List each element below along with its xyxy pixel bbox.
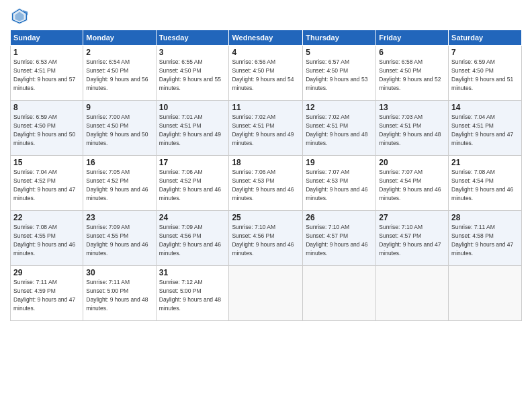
day-info: Sunrise: 6:53 AMSunset: 4:51 PMDaylight:… [13, 58, 75, 91]
day-info: Sunrise: 7:10 AMSunset: 4:57 PMDaylight:… [379, 224, 441, 257]
day-number: 6 [379, 48, 445, 57]
calendar-cell: 26Sunrise: 7:10 AMSunset: 4:57 PMDayligh… [303, 211, 376, 266]
day-number: 17 [159, 158, 226, 167]
day-info: Sunrise: 7:04 AMSunset: 4:52 PMDaylight:… [13, 169, 75, 201]
day-info: Sunrise: 6:59 AMSunset: 4:50 PMDaylight:… [451, 58, 513, 91]
day-number: 19 [306, 158, 373, 167]
day-number: 18 [232, 158, 300, 167]
day-info: Sunrise: 6:54 AMSunset: 4:50 PMDaylight:… [86, 58, 148, 91]
calendar-cell: 27Sunrise: 7:10 AMSunset: 4:57 PMDayligh… [376, 211, 449, 266]
calendar-cell: 1Sunrise: 6:53 AMSunset: 4:51 PMDaylight… [11, 46, 83, 101]
day-info: Sunrise: 7:02 AMSunset: 4:51 PMDaylight:… [306, 113, 367, 146]
day-number: 7 [451, 48, 519, 57]
day-info: Sunrise: 7:08 AMSunset: 4:55 PMDaylight:… [13, 224, 75, 257]
calendar-cell [449, 266, 522, 321]
calendar-cell [303, 266, 376, 321]
day-info: Sunrise: 6:57 AMSunset: 4:50 PMDaylight:… [306, 58, 367, 91]
day-number: 16 [86, 158, 152, 167]
calendar-week-3: 15Sunrise: 7:04 AMSunset: 4:52 PMDayligh… [11, 156, 522, 211]
calendar-cell: 2Sunrise: 6:54 AMSunset: 4:50 PMDaylight… [83, 46, 156, 101]
calendar-cell: 3Sunrise: 6:55 AMSunset: 4:50 PMDaylight… [156, 46, 229, 101]
day-number: 13 [379, 103, 445, 112]
day-header-tuesday: Tuesday [156, 30, 229, 46]
day-header-thursday: Thursday [303, 30, 376, 46]
day-info: Sunrise: 7:07 AMSunset: 4:53 PMDaylight:… [306, 169, 367, 201]
day-number: 12 [306, 103, 373, 112]
calendar-cell: 31Sunrise: 7:12 AMSunset: 5:00 PMDayligh… [156, 266, 229, 321]
calendar-cell: 4Sunrise: 6:56 AMSunset: 4:50 PMDaylight… [229, 46, 303, 101]
day-number: 11 [232, 103, 300, 112]
calendar-cell: 28Sunrise: 7:11 AMSunset: 4:58 PMDayligh… [449, 211, 522, 266]
day-info: Sunrise: 7:03 AMSunset: 4:51 PMDaylight:… [379, 113, 441, 146]
day-info: Sunrise: 7:09 AMSunset: 4:56 PMDaylight:… [159, 224, 221, 257]
day-number: 26 [306, 213, 373, 222]
calendar-week-1: 1Sunrise: 6:53 AMSunset: 4:51 PMDaylight… [11, 46, 522, 101]
day-info: Sunrise: 7:11 AMSunset: 4:58 PMDaylight:… [451, 224, 513, 257]
logo-icon [10, 7, 29, 26]
day-info: Sunrise: 7:06 AMSunset: 4:53 PMDaylight:… [232, 169, 294, 201]
day-number: 27 [379, 213, 445, 222]
calendar-cell: 12Sunrise: 7:02 AMSunset: 4:51 PMDayligh… [303, 101, 376, 156]
calendar-cell [376, 266, 449, 321]
day-number: 30 [86, 268, 152, 277]
day-number: 15 [13, 158, 80, 167]
day-number: 5 [306, 48, 373, 57]
day-header-saturday: Saturday [449, 30, 522, 46]
calendar-table: SundayMondayTuesdayWednesdayThursdayFrid… [10, 30, 522, 321]
day-number: 21 [451, 158, 519, 167]
calendar-cell: 20Sunrise: 7:07 AMSunset: 4:54 PMDayligh… [376, 156, 449, 211]
calendar-cell: 10Sunrise: 7:01 AMSunset: 4:51 PMDayligh… [156, 101, 229, 156]
calendar-cell: 7Sunrise: 6:59 AMSunset: 4:50 PMDaylight… [449, 46, 522, 101]
day-number: 22 [13, 213, 80, 222]
day-number: 24 [159, 213, 226, 222]
day-info: Sunrise: 7:11 AMSunset: 4:59 PMDaylight:… [13, 279, 75, 312]
day-number: 25 [232, 213, 300, 222]
day-info: Sunrise: 7:07 AMSunset: 4:54 PMDaylight:… [379, 169, 441, 201]
calendar-cell: 11Sunrise: 7:02 AMSunset: 4:51 PMDayligh… [229, 101, 303, 156]
day-info: Sunrise: 6:55 AMSunset: 4:50 PMDaylight:… [159, 58, 221, 91]
day-info: Sunrise: 6:56 AMSunset: 4:50 PMDaylight:… [232, 58, 294, 91]
day-info: Sunrise: 7:04 AMSunset: 4:51 PMDaylight:… [451, 113, 513, 146]
day-info: Sunrise: 7:09 AMSunset: 4:55 PMDaylight:… [86, 224, 148, 257]
calendar-cell [229, 266, 303, 321]
day-info: Sunrise: 7:12 AMSunset: 5:00 PMDaylight:… [159, 279, 221, 312]
calendar-week-5: 29Sunrise: 7:11 AMSunset: 4:59 PMDayligh… [11, 266, 522, 321]
calendar-cell: 6Sunrise: 6:58 AMSunset: 4:50 PMDaylight… [376, 46, 449, 101]
day-info: Sunrise: 7:02 AMSunset: 4:51 PMDaylight:… [232, 113, 294, 146]
day-number: 1 [13, 48, 80, 57]
calendar-cell: 18Sunrise: 7:06 AMSunset: 4:53 PMDayligh… [229, 156, 303, 211]
day-number: 4 [232, 48, 300, 57]
day-info: Sunrise: 6:59 AMSunset: 4:50 PMDaylight:… [13, 113, 75, 146]
calendar-week-2: 8Sunrise: 6:59 AMSunset: 4:50 PMDaylight… [11, 101, 522, 156]
calendar-cell: 9Sunrise: 7:00 AMSunset: 4:50 PMDaylight… [83, 101, 156, 156]
logo [10, 7, 32, 26]
calendar-cell: 21Sunrise: 7:08 AMSunset: 4:54 PMDayligh… [449, 156, 522, 211]
calendar-page: SundayMondayTuesdayWednesdayThursdayFrid… [0, 0, 532, 411]
calendar-header-row: SundayMondayTuesdayWednesdayThursdayFrid… [11, 30, 522, 46]
day-number: 23 [86, 213, 152, 222]
calendar-week-4: 22Sunrise: 7:08 AMSunset: 4:55 PMDayligh… [11, 211, 522, 266]
day-number: 31 [159, 268, 226, 277]
day-info: Sunrise: 7:10 AMSunset: 4:56 PMDaylight:… [232, 224, 294, 257]
calendar-cell: 17Sunrise: 7:06 AMSunset: 4:52 PMDayligh… [156, 156, 229, 211]
day-number: 9 [86, 103, 152, 112]
day-info: Sunrise: 7:05 AMSunset: 4:52 PMDaylight:… [86, 169, 148, 201]
day-info: Sunrise: 7:08 AMSunset: 4:54 PMDaylight:… [451, 169, 513, 201]
calendar-cell: 5Sunrise: 6:57 AMSunset: 4:50 PMDaylight… [303, 46, 376, 101]
calendar-cell: 8Sunrise: 6:59 AMSunset: 4:50 PMDaylight… [11, 101, 83, 156]
calendar-cell: 19Sunrise: 7:07 AMSunset: 4:53 PMDayligh… [303, 156, 376, 211]
calendar-cell: 25Sunrise: 7:10 AMSunset: 4:56 PMDayligh… [229, 211, 303, 266]
calendar-cell: 13Sunrise: 7:03 AMSunset: 4:51 PMDayligh… [376, 101, 449, 156]
day-info: Sunrise: 7:11 AMSunset: 5:00 PMDaylight:… [86, 279, 148, 312]
day-number: 10 [159, 103, 226, 112]
day-info: Sunrise: 6:58 AMSunset: 4:50 PMDaylight:… [379, 58, 441, 91]
calendar-cell: 30Sunrise: 7:11 AMSunset: 5:00 PMDayligh… [83, 266, 156, 321]
day-info: Sunrise: 7:01 AMSunset: 4:51 PMDaylight:… [159, 113, 221, 146]
day-header-friday: Friday [376, 30, 449, 46]
header [10, 7, 522, 26]
calendar-cell: 23Sunrise: 7:09 AMSunset: 4:55 PMDayligh… [83, 211, 156, 266]
calendar-cell: 14Sunrise: 7:04 AMSunset: 4:51 PMDayligh… [449, 101, 522, 156]
day-number: 29 [13, 268, 80, 277]
day-number: 20 [379, 158, 445, 167]
calendar-cell: 16Sunrise: 7:05 AMSunset: 4:52 PMDayligh… [83, 156, 156, 211]
